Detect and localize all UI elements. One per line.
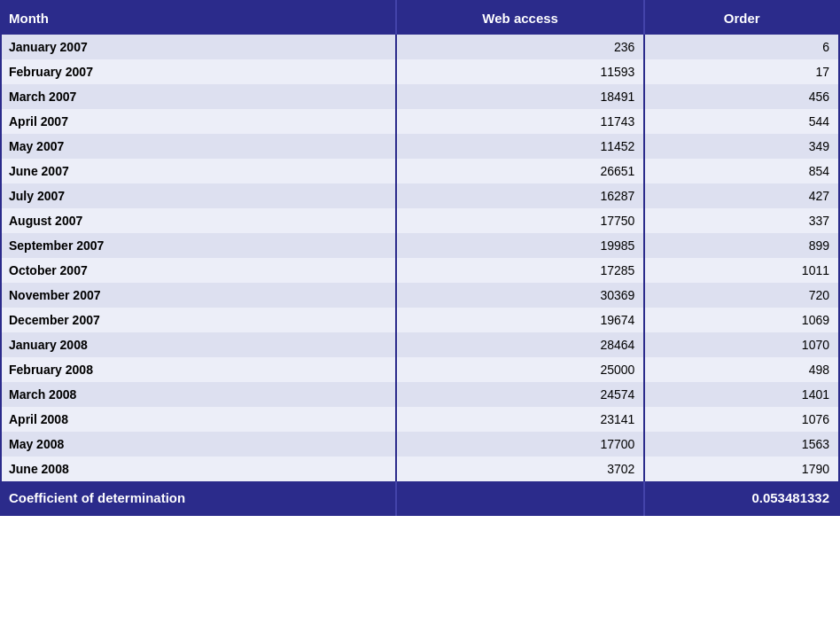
cell-web-access: 30369	[396, 283, 644, 308]
cell-web-access: 24574	[396, 382, 644, 407]
cell-order: 1011	[644, 258, 839, 283]
cell-order: 854	[644, 159, 839, 183]
table-row: November 200730369720	[1, 283, 839, 308]
data-table: Month Web access Order January 20072366F…	[0, 0, 840, 516]
header-order: Order	[644, 1, 839, 35]
footer-coefficient: 0.053481332	[644, 481, 839, 515]
cell-order: 349	[644, 134, 839, 159]
cell-web-access: 11452	[396, 134, 644, 159]
cell-web-access: 28464	[396, 332, 644, 357]
table-row: June 200726651854	[1, 159, 839, 183]
cell-order: 17	[644, 59, 839, 84]
cell-web-access: 25000	[396, 357, 644, 382]
cell-month: January 2008	[1, 332, 396, 357]
cell-web-access: 19674	[396, 308, 644, 332]
cell-order: 498	[644, 357, 839, 382]
cell-month: April 2008	[1, 407, 396, 432]
cell-month: February 2008	[1, 357, 396, 382]
cell-month: July 2007	[1, 183, 396, 208]
table-footer-row: Coefficient of determination 0.053481332	[1, 481, 839, 515]
cell-web-access: 17285	[396, 258, 644, 283]
cell-order: 337	[644, 208, 839, 233]
table-container: Month Web access Order January 20072366F…	[0, 0, 840, 516]
cell-web-access: 17750	[396, 208, 644, 233]
cell-order: 1790	[644, 457, 839, 481]
cell-month: May 2008	[1, 432, 396, 457]
cell-order: 720	[644, 283, 839, 308]
table-header-row: Month Web access Order	[1, 1, 839, 35]
table-row: June 200837021790	[1, 457, 839, 481]
cell-month: March 2007	[1, 84, 396, 109]
table-row: February 20071159317	[1, 59, 839, 84]
header-web-access: Web access	[396, 1, 644, 35]
cell-web-access: 17700	[396, 432, 644, 457]
cell-month: October 2007	[1, 258, 396, 283]
cell-order: 427	[644, 183, 839, 208]
cell-month: February 2007	[1, 59, 396, 84]
table-row: October 2007172851011	[1, 258, 839, 283]
cell-month: November 2007	[1, 283, 396, 308]
cell-month: January 2007	[1, 35, 396, 59]
cell-order: 6	[644, 35, 839, 59]
cell-web-access: 26651	[396, 159, 644, 183]
table-row: April 200711743544	[1, 109, 839, 134]
header-month: Month	[1, 1, 396, 35]
table-row: December 2007196741069	[1, 308, 839, 332]
table-row: July 200716287427	[1, 183, 839, 208]
cell-order: 1069	[644, 308, 839, 332]
table-row: January 2008284641070	[1, 332, 839, 357]
cell-web-access: 11743	[396, 109, 644, 134]
cell-month: April 2007	[1, 109, 396, 134]
cell-web-access: 19985	[396, 233, 644, 258]
cell-web-access: 18491	[396, 84, 644, 109]
cell-order: 1563	[644, 432, 839, 457]
table-row: August 200717750337	[1, 208, 839, 233]
cell-web-access: 3702	[396, 457, 644, 481]
cell-month: September 2007	[1, 233, 396, 258]
table-row: May 2008177001563	[1, 432, 839, 457]
cell-order: 1070	[644, 332, 839, 357]
cell-order: 1401	[644, 382, 839, 407]
table-row: September 200719985899	[1, 233, 839, 258]
table-row: February 200825000498	[1, 357, 839, 382]
cell-order: 1076	[644, 407, 839, 432]
cell-month: June 2007	[1, 159, 396, 183]
cell-order: 544	[644, 109, 839, 134]
cell-month: May 2007	[1, 134, 396, 159]
cell-web-access: 236	[396, 35, 644, 59]
cell-order: 456	[644, 84, 839, 109]
cell-month: August 2007	[1, 208, 396, 233]
footer-label: Coefficient of determination	[1, 481, 396, 515]
table-row: April 2008231411076	[1, 407, 839, 432]
cell-web-access: 11593	[396, 59, 644, 84]
table-row: May 200711452349	[1, 134, 839, 159]
footer-web-access	[396, 481, 644, 515]
table-row: January 20072366	[1, 35, 839, 59]
cell-order: 899	[644, 233, 839, 258]
cell-web-access: 16287	[396, 183, 644, 208]
cell-month: March 2008	[1, 382, 396, 407]
table-row: March 2008245741401	[1, 382, 839, 407]
table-row: March 200718491456	[1, 84, 839, 109]
cell-month: June 2008	[1, 457, 396, 481]
cell-web-access: 23141	[396, 407, 644, 432]
cell-month: December 2007	[1, 308, 396, 332]
